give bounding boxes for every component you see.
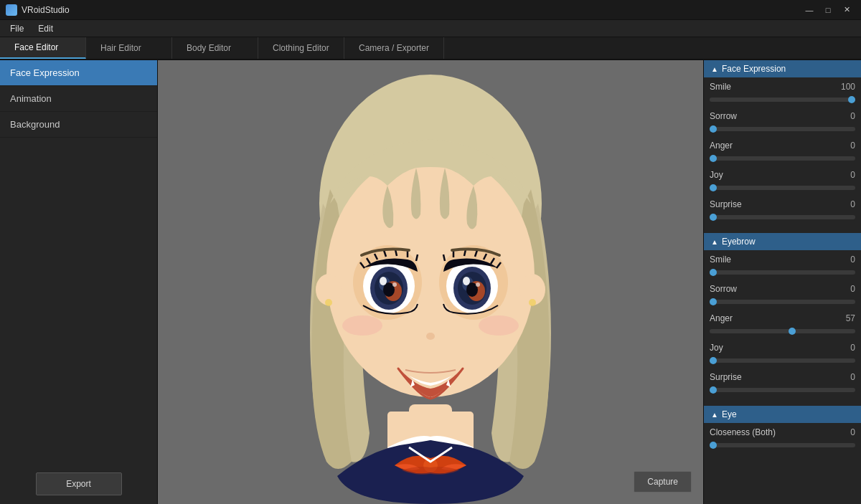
tab-hair-editor[interactable]: Hair Editor: [86, 37, 172, 59]
window-controls: — □ ✕: [801, 4, 855, 16]
face-expression-title: Face Expression: [722, 64, 786, 74]
slider-surprise-labels: Surprise 0: [710, 199, 855, 209]
svg-point-19: [392, 282, 397, 287]
eb-slider-surprise-value: 0: [837, 372, 855, 382]
viewport: Capture: [158, 60, 703, 504]
eb-slider-sorrow-input[interactable]: [710, 300, 855, 304]
app-title: VRoidStudio: [22, 5, 70, 15]
eb-slider-anger-labels: Anger 57: [710, 313, 855, 323]
eb-slider-surprise-labels: Surprise 0: [710, 372, 855, 382]
slider-anger-value: 0: [837, 141, 855, 151]
eb-slider-sorrow-label: Sorrow: [710, 284, 737, 294]
eb-slider-anger-input[interactable]: [710, 329, 855, 333]
tab-body-editor[interactable]: Body Editor: [172, 37, 258, 59]
eb-slider-joy-labels: Joy 0: [710, 343, 855, 353]
slider-joy-label: Joy: [710, 170, 723, 180]
eb-slider-row-joy: Joy 0: [710, 343, 855, 365]
eb-slider-row-smile: Smile 0: [710, 255, 855, 277]
eyebrow-header[interactable]: ▲ Eyebrow: [704, 233, 861, 250]
eye-slider-row-closeness: Closeness (Both) 0: [710, 427, 855, 450]
svg-point-36: [426, 333, 435, 340]
slider-joy-value: 0: [837, 170, 855, 180]
slider-joy-labels: Joy 0: [710, 170, 855, 180]
slider-surprise-value: 0: [837, 199, 855, 209]
eb-slider-sorrow-value: 0: [837, 284, 855, 294]
eyebrow-title: Eyebrow: [722, 237, 756, 247]
svg-point-41: [325, 299, 332, 306]
eb-slider-joy-label: Joy: [710, 343, 723, 353]
slider-smile-input[interactable]: [710, 98, 855, 102]
slider-anger-label: Anger: [710, 141, 733, 151]
eye-slider-closeness-value: 0: [837, 427, 855, 437]
eye-slider-closeness-labels: Closeness (Both) 0: [710, 427, 855, 437]
svg-point-21: [476, 282, 480, 287]
eb-slider-surprise-input[interactable]: [710, 388, 855, 392]
slider-anger-labels: Anger 0: [710, 141, 855, 151]
slider-surprise-label: Surprise: [710, 199, 742, 209]
export-button[interactable]: Export: [36, 472, 122, 495]
eb-slider-smile-value: 0: [837, 255, 855, 265]
slider-row-joy: Joy 0: [710, 170, 855, 192]
menu-file[interactable]: File: [3, 22, 31, 35]
eb-slider-smile-label: Smile: [710, 255, 731, 265]
slider-smile-labels: Smile 100: [710, 82, 855, 92]
eyebrow-arrow: ▲: [711, 238, 718, 246]
slider-sorrow-input[interactable]: [710, 127, 855, 131]
sidebar: Face Expression Animation Background Exp…: [0, 60, 158, 504]
eb-slider-sorrow-labels: Sorrow 0: [710, 284, 855, 294]
slider-joy-input[interactable]: [710, 186, 855, 190]
svg-point-37: [342, 315, 382, 336]
slider-anger-input[interactable]: [710, 156, 855, 161]
eb-slider-joy-value: 0: [837, 343, 855, 353]
maximize-button[interactable]: □: [819, 4, 837, 16]
titlebar: VRoidStudio — □ ✕: [0, 0, 861, 20]
tab-camera-exporter[interactable]: Camera / Exporter: [344, 37, 444, 59]
editor-tabs: Face Editor Hair Editor Body Editor Clot…: [0, 37, 861, 60]
slider-row-surprise: Surprise 0: [710, 199, 855, 222]
capture-button[interactable]: Capture: [634, 471, 692, 493]
slider-sorrow-label: Sorrow: [710, 111, 737, 121]
slider-surprise-input[interactable]: [710, 215, 855, 219]
sidebar-item-animation[interactable]: Animation: [0, 86, 157, 112]
tab-face-editor[interactable]: Face Editor: [0, 37, 86, 59]
eyebrow-content: Smile 0 Sorrow 0 Anger 57: [704, 250, 861, 406]
menu-edit[interactable]: Edit: [31, 22, 60, 35]
eb-slider-row-surprise: Surprise 0: [710, 372, 855, 394]
tab-clothing-editor[interactable]: Clothing Editor: [258, 37, 344, 59]
eye-slider-closeness-label: Closeness (Both): [710, 427, 776, 437]
eb-slider-smile-input[interactable]: [710, 270, 855, 275]
slider-row-smile: Smile 100: [710, 82, 855, 104]
slider-sorrow-value: 0: [837, 111, 855, 121]
eye-header[interactable]: ▲ Eye: [704, 406, 861, 423]
face-expression-arrow: ▲: [711, 65, 718, 73]
svg-point-18: [380, 277, 387, 285]
eb-slider-row-sorrow: Sorrow 0: [710, 284, 855, 306]
right-panel: ▲ Face Expression Smile 100 Sorrow 0: [703, 60, 861, 504]
eb-slider-smile-labels: Smile 0: [710, 255, 855, 265]
slider-smile-value: 100: [837, 82, 855, 92]
character-canvas: [158, 60, 703, 504]
menubar: File Edit: [0, 20, 861, 37]
minimize-button[interactable]: —: [801, 4, 818, 16]
slider-row-anger: Anger 0: [710, 141, 855, 163]
app-icon: [6, 4, 17, 16]
svg-point-20: [463, 277, 470, 285]
sidebar-spacer: [0, 138, 157, 464]
main-layout: Face Expression Animation Background Exp…: [0, 60, 861, 504]
slider-smile-label: Smile: [710, 82, 731, 92]
eye-title: Eye: [722, 409, 737, 419]
sidebar-item-face-expression[interactable]: Face Expression: [0, 60, 157, 86]
eye-slider-closeness-input[interactable]: [710, 443, 855, 447]
eb-slider-surprise-label: Surprise: [710, 372, 742, 382]
slider-row-sorrow: Sorrow 0: [710, 111, 855, 133]
face-expression-content: Smile 100 Sorrow 0 Anger 0: [704, 77, 861, 233]
sidebar-item-background[interactable]: Background: [0, 112, 157, 138]
titlebar-left: VRoidStudio: [6, 4, 70, 16]
svg-point-38: [479, 315, 519, 336]
eb-slider-anger-label: Anger: [710, 313, 733, 323]
eb-slider-row-anger: Anger 57: [710, 313, 855, 336]
eb-slider-joy-input[interactable]: [710, 358, 855, 363]
face-expression-header[interactable]: ▲ Face Expression: [704, 60, 861, 77]
svg-point-42: [529, 299, 536, 306]
close-button[interactable]: ✕: [838, 4, 855, 16]
